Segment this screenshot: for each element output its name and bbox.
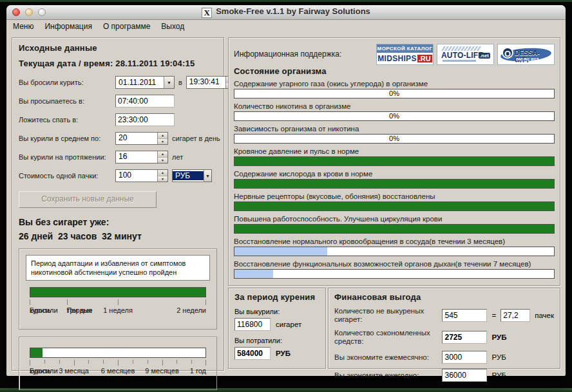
spin-down-icon[interactable]: ▼ xyxy=(158,176,167,182)
yearly-savings-unit: РУБ xyxy=(491,371,506,379)
year-timeline-box: Бросиликурить 3 месяца 6 месяцев 9 месяц… xyxy=(19,337,217,390)
tick-mark xyxy=(74,360,75,366)
progress-track: 0% xyxy=(234,89,555,98)
spent-label: Вы потратили: xyxy=(234,337,319,344)
pack-price-value: 100 xyxy=(116,170,157,182)
tick-label-9months: 9 месяцев xyxy=(145,367,178,375)
menu-bar: Меню Информация О программе Выход xyxy=(6,20,566,33)
menu-item-menu[interactable]: Меню xyxy=(13,21,39,32)
spin-down-icon[interactable]: ▼ xyxy=(158,158,167,163)
cigs-per-day-spinner[interactable]: 20 ▲▼ xyxy=(115,132,168,145)
body-state-row: Восстановление нормального кровообращени… xyxy=(234,238,555,256)
yearly-savings-label: Вы экономите ежегодно: xyxy=(334,371,442,380)
tick-label-3months: 3 месяца xyxy=(59,367,89,375)
year-ticks xyxy=(30,359,206,366)
tick-label-1year: 1 год xyxy=(190,367,206,375)
body-state-row: Нервные рецепторы (вкусовые, обоняния) в… xyxy=(234,192,555,211)
tick-mark xyxy=(67,299,68,305)
spin-down-icon[interactable]: ▼ xyxy=(158,139,167,145)
monthly-savings-field[interactable] xyxy=(442,351,487,364)
tick-label-week2: 2 недели xyxy=(176,306,206,314)
sleep-time-label: Ложитесь спать в: xyxy=(19,116,115,124)
progress-track: 0% xyxy=(234,111,555,121)
saved-money-unit: РУБ xyxy=(491,333,506,341)
menu-item-about[interactable]: О программе xyxy=(103,21,156,32)
progress-track xyxy=(234,179,555,189)
body-state-row: Кровяное давление и пульс в норме xyxy=(234,147,555,166)
pack-price-spinner[interactable]: 100 ▲▼ xyxy=(115,169,168,182)
smoking-years-label: Вы курили на протяжении: xyxy=(19,153,115,162)
swoosh-decor xyxy=(441,46,482,51)
packs-unit: пачек xyxy=(535,312,554,319)
since-value: 26 дней 23 часов 32 минут xyxy=(19,231,217,241)
tick-mark xyxy=(88,360,89,364)
equals-sign: = xyxy=(491,312,496,319)
support-label: Информационная поддержка: xyxy=(234,50,341,59)
progress-track xyxy=(234,247,555,256)
autolife-logo[interactable]: AUTO-LIFE .net xyxy=(437,44,494,65)
smoking-period-panel: За период курения Вы выкурили: сигарет В… xyxy=(228,288,326,369)
body-state-panel: Информационная поддержка: МОРСКОЙ КАТАЛО… xyxy=(228,37,560,286)
menu-item-information[interactable]: Информация xyxy=(44,21,97,32)
spin-up-icon[interactable]: ▲ xyxy=(158,170,167,176)
initial-data-panel: Исходные данные Текущая дата / время: 28… xyxy=(12,37,224,371)
monthly-savings-unit: РУБ xyxy=(491,353,506,361)
cigs-per-day-label: Вы курили в среднем по: xyxy=(19,135,115,143)
progress-track: 0% xyxy=(234,134,555,144)
odessa-city-logo[interactable]: O DESSA-CITY ONLINE WEB CATALOG xyxy=(497,44,555,65)
spin-up-icon[interactable]: ▲ xyxy=(158,151,167,158)
chevron-down-icon[interactable]: ▼ xyxy=(164,77,174,88)
financial-heading: Финансовая выгода xyxy=(334,292,554,302)
menu-item-exit[interactable]: Выход xyxy=(161,21,190,32)
cigs-per-day-suffix: сигарет в день xyxy=(172,135,220,143)
save-new-data-button[interactable]: Сохранить новые данные xyxy=(19,191,157,208)
unsmoked-count-field[interactable] xyxy=(442,309,487,322)
quit-time-value: 19:30:41 xyxy=(187,77,225,88)
smoking-years-value: 16 xyxy=(116,151,157,163)
yearly-savings-field[interactable] xyxy=(442,369,487,382)
tagline-decor xyxy=(443,60,476,62)
cigs-per-day-value: 20 xyxy=(116,133,157,144)
tick-mark xyxy=(118,360,119,366)
tick-mark xyxy=(30,360,30,366)
currency-combo[interactable]: РУБ ▼ xyxy=(172,169,212,182)
midships-logo[interactable]: МОРСКОЙ КАТАЛОГ MIDSHIPS.RU xyxy=(376,44,434,65)
currency-value: РУБ xyxy=(173,171,204,180)
tick-mark xyxy=(162,360,163,366)
smoked-count-field[interactable] xyxy=(234,318,271,331)
spent-amount-field[interactable] xyxy=(234,347,271,360)
progress-track xyxy=(234,201,555,211)
adaptation-message: Период адаптации и избавления от симптом… xyxy=(26,255,210,281)
body-state-row: Восстановление функциональных возможност… xyxy=(234,260,555,279)
tick-mark xyxy=(103,360,104,364)
financial-benefit-panel: Финансовая выгода Количество не выкурены… xyxy=(328,288,560,369)
smoking-years-spinner[interactable]: 16 ▲▼ xyxy=(115,151,168,163)
tick-mark xyxy=(176,360,177,364)
initial-data-heading: Исходные данные xyxy=(19,43,217,53)
quit-date-combo[interactable]: 01.11.2011 ▼ xyxy=(115,76,175,89)
spin-up-icon[interactable]: ▲ xyxy=(158,133,167,139)
progress-track xyxy=(234,224,555,234)
smoking-period-heading: За период курения xyxy=(234,292,319,302)
x11-app-icon: X xyxy=(202,8,212,18)
smoked-label: Вы выкурили: xyxy=(234,308,319,315)
sleep-time-field[interactable] xyxy=(115,113,175,126)
quit-date-label: Вы бросили курить: xyxy=(19,79,115,87)
tick-mark xyxy=(148,360,148,364)
tick-label-week1: 1 неделя xyxy=(103,306,133,314)
year-progressbar xyxy=(30,348,206,358)
body-state-heading: Состояние организма xyxy=(234,66,555,76)
monthly-savings-label: Вы экономите ежемесячно: xyxy=(334,353,442,362)
app-window: XSmoke-Free v.1.1 by Fairway Solutions М… xyxy=(6,5,566,376)
tick-mark xyxy=(30,299,30,305)
window-title: XSmoke-Free v.1.1 by Fairway Solutions xyxy=(6,6,566,18)
packs-count-field[interactable] xyxy=(500,309,530,322)
saved-money-field[interactable] xyxy=(442,331,487,344)
chevron-down-icon[interactable]: ▼ xyxy=(204,170,211,182)
tick-mark xyxy=(118,299,119,305)
smoked-unit: сигарет xyxy=(276,321,301,328)
tick-mark xyxy=(205,299,206,305)
wake-time-field[interactable] xyxy=(115,95,175,107)
adaptation-ticks xyxy=(30,299,206,306)
progress-track xyxy=(234,269,555,279)
